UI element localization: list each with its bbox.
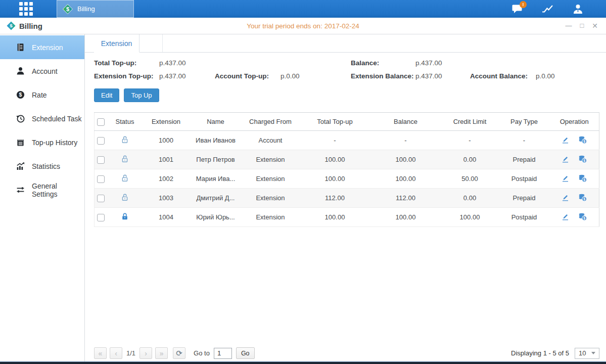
edit-icon[interactable] — [561, 155, 570, 163]
account-balance-label: Account Balance: — [470, 72, 536, 80]
notepad-icon — [16, 138, 25, 147]
extension-table-body: 1000 Иван Иванов Account - - - - $ 1001 … — [95, 131, 599, 227]
trial-notice: Your trial period ends on: 2017-02-24 — [0, 22, 606, 30]
last-page-button[interactable]: » — [155, 347, 168, 359]
edit-icon[interactable] — [561, 212, 570, 221]
column-header-operation: Operation — [550, 113, 599, 131]
extension-balance-value: p.437.00 — [415, 72, 470, 80]
notification-badge: ! — [520, 1, 527, 8]
locked-icon[interactable] — [121, 212, 129, 221]
sidebar-item-scheduled-task[interactable]: Scheduled Task — [0, 107, 84, 130]
sidebar-item-account[interactable]: Account — [0, 59, 84, 83]
top-up-icon[interactable]: $ — [578, 155, 587, 163]
messages-icon[interactable]: ! — [511, 4, 523, 14]
svg-text:$: $ — [66, 6, 69, 12]
minimize-icon[interactable]: — — [565, 22, 572, 29]
apps-grid-icon[interactable] — [19, 2, 33, 16]
table-row: 1004 Юрий Юрь... Extension 100.00 100.00… — [95, 208, 599, 227]
column-header-total-top-up: Total Top-up — [300, 113, 370, 131]
svg-text:$: $ — [584, 178, 586, 182]
stats-chart-icon — [16, 161, 25, 171]
billing-diamond-icon: $ — [63, 4, 73, 14]
top-up-icon[interactable]: $ — [578, 212, 587, 221]
user-icon[interactable] — [572, 4, 584, 14]
maximize-icon[interactable]: □ — [580, 22, 584, 29]
table-header: StatusExtensionNameCharged FromTotal Top… — [95, 113, 599, 131]
row-checkbox[interactable] — [97, 214, 105, 221]
chevron-down-icon — [591, 352, 595, 354]
top-up-icon[interactable]: $ — [578, 174, 587, 183]
svg-text:$: $ — [10, 23, 13, 28]
table-row: 1001 Петр Петров Extension 100.00 100.00… — [95, 150, 599, 169]
row-checkbox[interactable] — [97, 175, 105, 183]
pagination-bar: « ‹ 1/1 › » ⟳ Go to Go Displaying 1 - 5 … — [94, 347, 599, 359]
account-balance-value: p.0.00 — [536, 72, 599, 80]
edit-icon[interactable] — [561, 135, 570, 144]
goto-page-input[interactable] — [214, 348, 232, 359]
unlocked-icon[interactable] — [121, 193, 129, 202]
window-bottom-edge — [0, 361, 606, 364]
window-title-bar: $ Billing Your trial period ends on: 201… — [0, 18, 606, 34]
column-header-extension: Extension — [143, 113, 190, 131]
table-row: 1000 Иван Иванов Account - - - - $ — [95, 131, 599, 150]
edit-icon[interactable] — [561, 174, 570, 183]
page-title: Billing — [19, 22, 42, 30]
unlocked-icon[interactable] — [121, 135, 129, 144]
svg-text:$: $ — [584, 159, 586, 163]
unlocked-icon[interactable] — [121, 155, 129, 163]
billing-diamond-icon: $ — [7, 21, 16, 30]
billing-app-tab[interactable]: $ Billing — [57, 0, 134, 18]
balance-summary: Total Top-up: p.437.00 Balance: p.437.00… — [94, 59, 599, 80]
balance-label: Balance: — [351, 59, 415, 67]
dollar-circle-icon: $ — [16, 90, 25, 100]
sidebar-item-statistics[interactable]: Statistics — [0, 154, 84, 178]
svg-text:$: $ — [584, 216, 586, 220]
row-checkbox[interactable] — [97, 195, 105, 202]
prev-page-button[interactable]: ‹ — [110, 347, 122, 359]
page-size-value: 10 — [579, 349, 586, 357]
select-all-checkbox[interactable] — [97, 118, 105, 126]
go-button[interactable]: Go — [236, 347, 255, 359]
refresh-icon[interactable]: ⟳ — [173, 347, 185, 359]
unlocked-icon[interactable] — [121, 174, 129, 183]
total-topup-value: p.437.00 — [159, 59, 215, 67]
top-up-icon[interactable]: $ — [578, 193, 587, 202]
extension-table: StatusExtensionNameCharged FromTotal Top… — [94, 112, 599, 227]
history-clock-icon — [16, 114, 25, 123]
row-checkbox[interactable] — [97, 137, 105, 145]
app-tab-label: Billing — [77, 5, 95, 13]
page-size-select[interactable]: 10 — [575, 348, 599, 359]
page-indicator: 1/1 — [126, 349, 135, 357]
sidebar-item-extension[interactable]: Extension — [0, 35, 84, 59]
table-row: 1003 Дмитрий Д... Extension 112.00 112.0… — [95, 189, 599, 208]
svg-text:$: $ — [584, 140, 586, 144]
edit-icon[interactable] — [561, 193, 570, 202]
sidebar-item-rate[interactable]: $ Rate — [0, 83, 84, 107]
account-topup-label: Account Top-up: — [215, 72, 281, 80]
column-header-charged-from: Charged From — [242, 113, 300, 131]
first-page-button[interactable]: « — [94, 347, 107, 359]
ledger-icon — [16, 42, 25, 52]
top-up-icon[interactable]: $ — [578, 135, 587, 144]
extension-topup-value: p.437.00 — [159, 72, 215, 80]
reports-icon[interactable] — [541, 4, 554, 14]
column-header-pay-type: Pay Type — [499, 113, 550, 131]
sliders-icon — [16, 185, 25, 195]
close-icon[interactable]: ✕ — [592, 22, 598, 29]
sidebar-item-top-up-history[interactable]: Top-up History — [0, 130, 84, 154]
tab-extension[interactable]: Extension — [94, 34, 139, 53]
top-up-button[interactable]: Top Up — [124, 88, 159, 102]
next-page-button[interactable]: › — [139, 347, 152, 359]
displaying-text: Displaying 1 - 5 of 5 — [511, 349, 569, 357]
edit-button[interactable]: Edit — [94, 88, 119, 102]
account-topup-value: p.0.00 — [281, 72, 351, 80]
tab-strip: Extension — [85, 34, 606, 53]
sidebar-item-general-settings[interactable]: General Settings — [0, 178, 84, 202]
table-row: 1002 Мария Ива... Extension 100.00 100.0… — [95, 169, 599, 189]
row-checkbox[interactable] — [97, 156, 105, 164]
extension-topup-label: Extension Top-up: — [94, 72, 159, 80]
balance-value: p.437.00 — [415, 59, 470, 67]
extension-balance-label: Extension Balance: — [351, 72, 415, 80]
sidebar: Extension Account $ Rate Scheduled Task … — [0, 34, 85, 364]
main-panel: Extension Total Top-up: p.437.00 Balance… — [85, 34, 606, 364]
